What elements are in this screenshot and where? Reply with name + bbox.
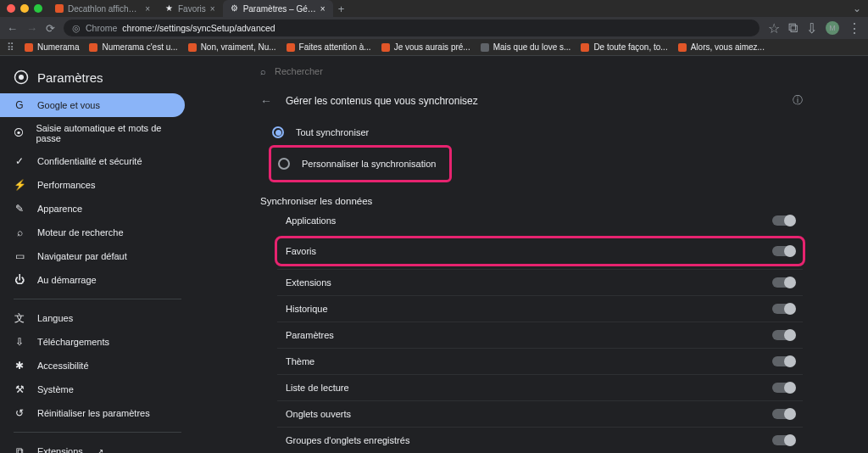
sync-item-label: Historique xyxy=(286,304,328,314)
bookmark-item[interactable]: Mais que du love s... xyxy=(481,42,571,52)
bookmark-favicon-icon xyxy=(381,43,390,52)
sync-item-row: Thème xyxy=(277,348,803,374)
sidebar-item[interactable]: ✎Apparence xyxy=(0,197,185,221)
expand-window-icon[interactable]: ⌄ xyxy=(853,3,861,14)
radio-label: Tout synchroniser xyxy=(296,127,369,137)
bookmark-label: Numerama xyxy=(37,42,79,52)
url-text: chrome://settings/syncSetup/advanced xyxy=(122,23,275,33)
bookmark-item[interactable]: Numerama xyxy=(25,42,79,52)
help-icon[interactable]: ⓘ xyxy=(793,93,803,108)
sidebar-item[interactable]: ✓Confidentialité et sécurité xyxy=(0,149,185,173)
address-bar[interactable]: ◎ Chrome chrome://settings/syncSetup/adv… xyxy=(64,20,760,36)
minimize-window-button[interactable] xyxy=(20,4,29,13)
sidebar-item-label: Saisie automatique et mots de passe xyxy=(36,123,171,143)
back-button[interactable]: ← xyxy=(7,22,18,35)
sidebar-item-icon: ⚡ xyxy=(14,179,25,191)
sidebar-item-label: Téléchargements xyxy=(37,337,109,347)
external-link-icon: ↗ xyxy=(97,447,103,454)
sidebar-item-label: Extensions xyxy=(37,446,83,453)
sync-item-row: Groupes d'onglets enregistrés xyxy=(277,427,803,453)
sync-item-row: Historique xyxy=(277,295,803,322)
bookmark-item[interactable]: De toute façon, to... xyxy=(581,42,667,52)
bookmark-favicon-icon xyxy=(581,43,589,52)
bookmark-favicon-icon xyxy=(89,43,97,52)
bookmark-label: De toute façon, to... xyxy=(593,42,667,52)
bookmark-favicon-icon xyxy=(481,43,489,52)
sidebar-divider xyxy=(14,299,181,299)
sidebar-item[interactable]: ⚡Performances xyxy=(0,173,185,197)
bookmark-item[interactable]: Faites attention à... xyxy=(287,42,371,52)
sidebar-item-icon: ✎ xyxy=(14,203,25,215)
sync-toggle[interactable] xyxy=(772,215,794,226)
profile-avatar[interactable]: M xyxy=(826,21,839,35)
sidebar-item-icon: ⦿ xyxy=(14,127,24,139)
sync-toggle[interactable] xyxy=(772,435,794,445)
extensions-icon[interactable]: ⧉ xyxy=(788,20,798,36)
settings-search[interactable]: ⌕ xyxy=(260,56,803,83)
bookmark-label: Non, vraiment, Nu... xyxy=(201,42,276,52)
sidebar-item[interactable]: 文Langues xyxy=(0,306,185,330)
sync-toggle[interactable] xyxy=(772,356,794,366)
radio-icon xyxy=(278,158,290,170)
radio-icon xyxy=(272,126,284,138)
nav-buttons: ← → ⟳ xyxy=(7,22,55,35)
bookmark-item[interactable]: Numerama c'est u... xyxy=(89,42,177,52)
download-icon[interactable]: ⇩ xyxy=(806,20,817,36)
sidebar-item-icon: G xyxy=(14,99,25,111)
sidebar-item[interactable]: ⚒Système xyxy=(0,378,185,401)
forward-button[interactable]: → xyxy=(26,22,37,35)
chrome-label: Chrome xyxy=(86,23,117,33)
sidebar-item[interactable]: ↺Réinitialiser les paramètres xyxy=(0,401,185,425)
close-tab-icon[interactable]: × xyxy=(210,4,215,14)
sync-item-label: Paramètres xyxy=(286,330,334,340)
new-tab-button[interactable]: + xyxy=(338,3,345,15)
sidebar-item[interactable]: GGoogle et vous xyxy=(0,93,185,117)
radio-sync-custom[interactable]: Personnaliser la synchronisation xyxy=(275,151,439,176)
sync-toggle[interactable] xyxy=(772,383,794,393)
back-arrow-icon[interactable]: ← xyxy=(260,94,272,108)
tab-favoris[interactable]: ★ Favoris × xyxy=(158,0,223,17)
sidebar-item[interactable]: ⧉Extensions↗ xyxy=(0,439,185,453)
bookmark-item[interactable]: Alors, vous aimez... xyxy=(678,42,765,52)
close-tab-icon[interactable]: × xyxy=(145,4,150,14)
tab-settings[interactable]: ⚙ Paramètres – Gérer les conte × xyxy=(223,0,333,17)
sidebar-divider xyxy=(14,432,181,433)
sync-toggle[interactable] xyxy=(772,330,794,340)
sidebar-item[interactable]: ▭Navigateur par défaut xyxy=(0,244,185,268)
traffic-lights xyxy=(7,4,42,13)
apps-grid-icon[interactable]: ⠿ xyxy=(7,42,14,53)
sync-item-label: Onglets ouverts xyxy=(286,409,351,419)
sync-item-row: Applications xyxy=(277,208,803,233)
sidebar-item[interactable]: ⏻Au démarrage xyxy=(0,268,185,292)
close-window-button[interactable] xyxy=(7,4,15,13)
sidebar-item-icon: ▭ xyxy=(14,250,25,262)
bookmark-label: Alors, vous aimez... xyxy=(691,42,765,52)
reload-button[interactable]: ⟳ xyxy=(46,22,55,35)
radio-label: Personnaliser la synchronisation xyxy=(302,159,436,169)
sidebar-item-label: Système xyxy=(37,384,74,394)
chrome-icon: ◎ xyxy=(72,23,81,33)
close-tab-icon[interactable]: × xyxy=(320,4,326,14)
sidebar-item[interactable]: ✱Accessibilité xyxy=(0,354,185,378)
sync-toggle[interactable] xyxy=(772,304,794,314)
sidebar-item[interactable]: ⌕Moteur de recherche xyxy=(0,221,185,244)
sidebar-item-label: Navigateur par défaut xyxy=(37,251,127,261)
sync-toggle[interactable] xyxy=(772,277,794,288)
sync-toggle[interactable] xyxy=(772,409,794,419)
radio-sync-all[interactable]: Tout synchroniser xyxy=(269,120,803,145)
maximize-window-button[interactable] xyxy=(34,4,42,13)
menu-icon[interactable]: ⋮ xyxy=(848,20,861,36)
bookmark-star-icon[interactable]: ☆ xyxy=(768,20,780,36)
sidebar-item-icon: ⌕ xyxy=(14,226,25,238)
sync-toggle[interactable] xyxy=(772,246,794,256)
sidebar-item[interactable]: ⦿Saisie automatique et mots de passe xyxy=(0,117,185,149)
sidebar-item-label: Accessibilité xyxy=(37,361,89,371)
tab-decathlon[interactable]: Decathlon affiche 500 € de ré... × xyxy=(47,0,158,17)
bookmark-item[interactable]: Non, vraiment, Nu... xyxy=(188,42,276,52)
search-input[interactable] xyxy=(275,66,803,76)
sidebar-item[interactable]: ⇩Téléchargements xyxy=(0,330,185,354)
bookmark-label: Numerama c'est u... xyxy=(102,42,177,52)
bookmark-label: Faites attention à... xyxy=(299,42,371,52)
bookmark-item[interactable]: Je vous aurais pré... xyxy=(381,42,470,52)
search-icon: ⌕ xyxy=(260,66,266,76)
